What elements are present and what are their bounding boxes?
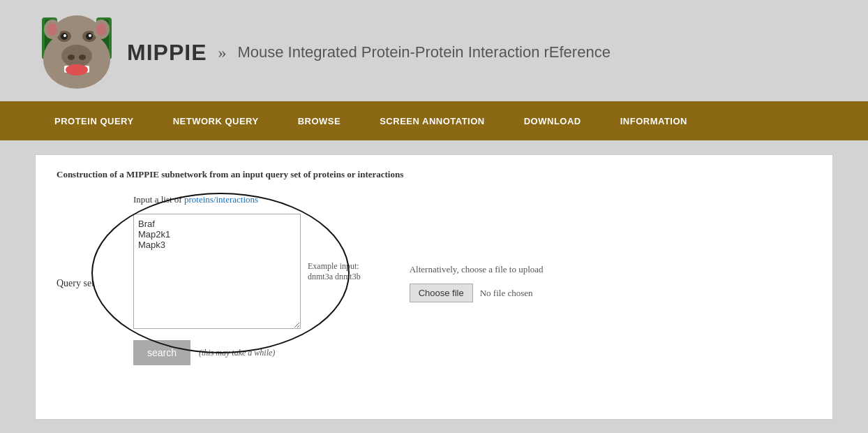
svg-point-10 <box>63 34 66 37</box>
hippo-logo <box>35 14 119 91</box>
search-note: (this may take a while) <box>199 348 275 358</box>
svg-point-13 <box>68 54 75 60</box>
logo-area: MIPPIE » Mouse Integrated Protein-Protei… <box>35 14 611 91</box>
input-section: Input a list of proteins/interactions Ex… <box>133 194 361 365</box>
nav-network-query[interactable]: NETWORK QUERY <box>154 103 278 139</box>
input-label: Input a list of proteins/interactions <box>133 194 361 205</box>
proteins-interactions-link[interactable]: proteins/interactions <box>184 194 258 205</box>
choose-file-button[interactable]: Choose file <box>410 284 473 302</box>
logo-text-area: MIPPIE » Mouse Integrated Protein-Protei… <box>127 40 611 66</box>
example-text: Example input: dnmt3a dnmt3b <box>308 261 361 282</box>
site-subtitle: Mouse Integrated Protein-Protein Interac… <box>237 43 610 61</box>
svg-point-17 <box>66 64 88 75</box>
form-row: Query set Input a list of proteins/inter… <box>57 194 811 365</box>
separator: » <box>218 43 226 62</box>
main-container: Construction of a MIPPIE subnetwork from… <box>35 154 833 420</box>
query-label: Query set <box>57 194 112 289</box>
svg-point-11 <box>89 34 91 37</box>
upload-controls: Choose file No file chosen <box>410 284 544 302</box>
svg-point-14 <box>79 54 86 60</box>
header: MIPPIE » Mouse Integrated Protein-Protei… <box>0 0 868 101</box>
upload-label: Alternatively, choose a file to upload <box>410 264 544 275</box>
nav-protein-query[interactable]: PROTEIN QUERY <box>35 103 154 139</box>
svg-point-21 <box>96 23 106 36</box>
nav-information[interactable]: INFORMATION <box>601 103 707 139</box>
search-row: search (this may take a while) <box>133 340 361 365</box>
nav-screen-annotation[interactable]: SCREEN ANNOTATION <box>360 103 504 139</box>
nav-download[interactable]: DOWNLOAD <box>504 103 601 139</box>
no-file-text: No file chosen <box>480 288 533 299</box>
nav-bar: PROTEIN QUERY NETWORK QUERY BROWSE SCREE… <box>0 101 868 140</box>
svg-point-20 <box>47 23 57 36</box>
search-button[interactable]: search <box>133 340 190 365</box>
oval-container: Example input: dnmt3a dnmt3b <box>133 214 361 329</box>
nav-browse[interactable]: BROWSE <box>278 103 361 139</box>
page-description: Construction of a MIPPIE subnetwork from… <box>57 169 811 180</box>
textarea-row: Example input: dnmt3a dnmt3b <box>133 214 361 329</box>
query-textarea[interactable] <box>133 214 301 329</box>
site-title: MIPPIE <box>127 40 207 66</box>
upload-section: Alternatively, choose a file to upload C… <box>410 194 544 302</box>
svg-point-12 <box>61 45 92 67</box>
